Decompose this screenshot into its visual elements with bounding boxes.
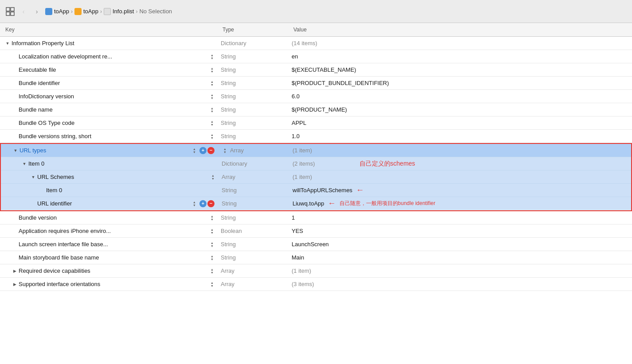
add-button[interactable]: + (199, 147, 207, 154)
stepper[interactable]: ▲▼ (211, 268, 214, 274)
type-text: Array (221, 267, 234, 274)
key-text: Main storyboard file base name (19, 254, 207, 261)
type-cell: Array (217, 279, 288, 289)
table-row[interactable]: Supported interface orientations ▲▼ Arra… (0, 278, 632, 291)
toolbar: ‹ › toApp › toApp › Info.plist › No Sele… (0, 0, 632, 23)
key-cell: InfoDictionary version ▲▼ (0, 91, 217, 101)
value-cell: (14 items) (288, 38, 632, 48)
table-row[interactable]: Required device capabilities ▲▼ Array (1… (0, 264, 632, 278)
stepper[interactable]: ▲▼ (211, 80, 214, 86)
table-row[interactable]: Bundle versions string, short ▲▼ String … (0, 130, 632, 143)
type-text: String (221, 53, 236, 60)
back-button[interactable]: ‹ (19, 7, 28, 16)
stepper[interactable]: ▲▼ (193, 147, 196, 154)
type-text: String (222, 200, 237, 207)
value-cell: $(EXECUTABLE_NAME) (288, 65, 632, 75)
stepper[interactable]: ▲▼ (211, 54, 214, 60)
table-row[interactable]: Bundle identifier ▲▼ String $(PRODUCT_BU… (0, 77, 632, 90)
stepper[interactable]: ▲▼ (211, 174, 215, 180)
table-row[interactable]: Application requires iPhone enviro... ▲▼… (0, 225, 632, 238)
table-row[interactable]: Information Property List Dictionary (14… (0, 37, 632, 50)
type-cell: String (217, 105, 288, 115)
value-cell: Liuwq.toApp ← 自己随意，一般用项目的bundle identifi… (289, 197, 631, 210)
type-cell: ▲▼ Array (218, 145, 289, 155)
key-cell: Localization native development re... ▲▼ (0, 51, 217, 62)
table-row[interactable]: Localization native development re... ▲▼… (0, 50, 632, 63)
type-cell: String (218, 198, 289, 209)
stepper[interactable]: ▲▼ (211, 107, 214, 113)
type-text: Array (222, 174, 235, 180)
table-row[interactable]: InfoDictionary version ▲▼ String 6.0 (0, 90, 632, 103)
forward-button[interactable]: › (32, 7, 42, 16)
breadcrumb-label-infoplist: Info.plist (113, 8, 134, 15)
stepper[interactable]: ▲▼ (211, 255, 214, 261)
key-cell: Item 0 (1, 159, 218, 169)
stepper[interactable]: ▲▼ (211, 228, 214, 234)
stepper[interactable]: ▲▼ (211, 133, 214, 139)
table-row[interactable]: Bundle OS Type code ▲▼ String APPL (0, 116, 632, 130)
triangle-icon[interactable] (12, 282, 17, 287)
table-row[interactable]: Main storyboard file base name ▲▼ String… (0, 251, 632, 264)
breadcrumb-label-toapp2: toApp (83, 8, 98, 15)
key-cell: Bundle version ▲▼ (0, 213, 217, 223)
url-types-row[interactable]: URL types ▲▼ + − ▲▼ Array (1 item) (1, 144, 631, 157)
stepper[interactable]: ▲▼ (211, 120, 214, 126)
triangle-icon[interactable] (22, 162, 27, 166)
url-identifier-row[interactable]: URL identifier ▲▼ + − String Liuwq.toApp… (1, 197, 631, 210)
type-cell: String (217, 252, 288, 263)
breadcrumb-infoplist[interactable]: Info.plist (104, 8, 134, 15)
key-text: URL identifier (37, 200, 189, 207)
stepper[interactable]: ▲▼ (211, 67, 214, 73)
table-row[interactable]: Launch screen interface file base... ▲▼ … (0, 238, 632, 251)
remove-button[interactable]: − (207, 147, 215, 154)
triangle-icon[interactable] (12, 269, 17, 273)
arrow-icon: ← (356, 186, 364, 195)
type-cell: String (217, 51, 288, 62)
breadcrumb-label-toapp1: toApp (54, 8, 69, 15)
key-cell: Bundle identifier ▲▼ (0, 78, 217, 88)
stepper[interactable]: ▲▼ (211, 241, 214, 248)
value-cell: Main (288, 252, 632, 263)
item0-row[interactable]: Item 0 Dictionary (2 items) 自己定义的schemes (1, 157, 631, 170)
type-text: String (221, 214, 236, 221)
schemes-item0-row[interactable]: Item 0 String willToAppURLSchemes ← (1, 184, 631, 197)
key-text: InfoDictionary version (19, 93, 207, 100)
stepper[interactable]: ▲▼ (193, 201, 196, 207)
table-row[interactable]: Bundle version ▲▼ String 1 (0, 211, 632, 225)
key-text: Required device capabilities (19, 267, 207, 274)
key-cell: Main storyboard file base name ▲▼ (0, 252, 217, 263)
breadcrumb: toApp › toApp › Info.plist › No Selectio… (45, 8, 172, 15)
value-cell: (3 items) (288, 279, 632, 289)
value-cell: (2 items) 自己定义的schemes (289, 158, 631, 170)
value-cell: 6.0 (288, 91, 632, 101)
key-text: Bundle versions string, short (19, 133, 207, 139)
key-cell: Executable file ▲▼ (0, 65, 217, 75)
header-type: Type (217, 25, 288, 35)
remove-button[interactable]: − (207, 200, 215, 207)
table-row[interactable]: Executable file ▲▼ String $(EXECUTABLE_N… (0, 63, 632, 77)
type-text: String (221, 254, 236, 261)
stepper[interactable]: ▲▼ (211, 281, 214, 287)
stepper[interactable]: ▲▼ (211, 93, 214, 100)
table-body: Information Property List Dictionary (14… (0, 37, 632, 364)
breadcrumb-toapp-yellow[interactable]: toApp (74, 8, 98, 15)
triangle-icon[interactable] (13, 148, 18, 153)
key-text: URL Schemes (37, 174, 208, 180)
type-stepper[interactable]: ▲▼ (223, 147, 226, 154)
triangle-icon[interactable] (5, 41, 10, 46)
key-text: Application requires iPhone enviro... (19, 228, 207, 234)
annotation-identifier: 自己随意，一般用项目的bundle identifier (339, 200, 436, 207)
key-text: Item 0 (46, 187, 215, 194)
stepper[interactable]: ▲▼ (211, 215, 214, 221)
doc-icon (104, 8, 111, 15)
svg-rect-2 (6, 12, 10, 15)
type-text: String (221, 80, 236, 86)
breadcrumb-toapp-blue[interactable]: toApp (45, 8, 69, 15)
type-text: String (221, 133, 236, 139)
table-row[interactable]: Bundle name ▲▼ String $(PRODUCT_NAME) (0, 103, 632, 116)
value-cell: YES (288, 226, 632, 236)
triangle-icon[interactable] (31, 175, 35, 179)
url-schemes-row[interactable]: URL Schemes ▲▼ Array (1 item) (1, 170, 631, 184)
key-cell: Information Property List (0, 38, 217, 48)
add-button[interactable]: + (199, 200, 207, 207)
